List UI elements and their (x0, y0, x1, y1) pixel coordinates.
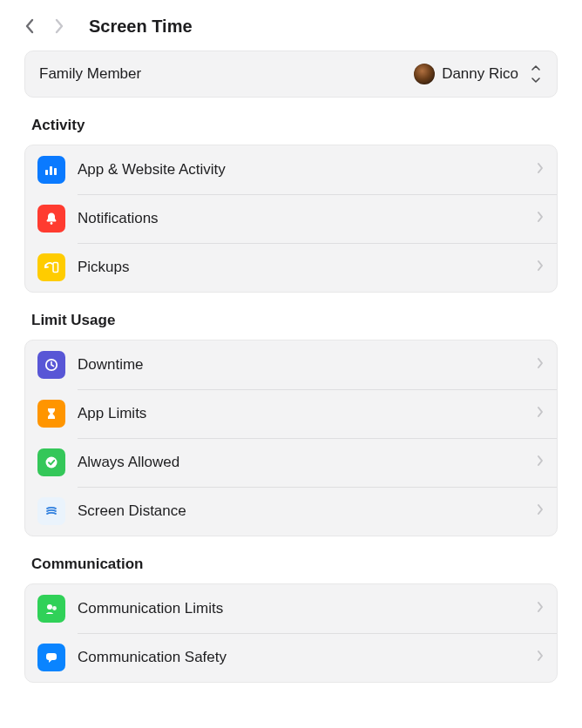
section-card-communication: Communication Limits Communication Safet… (24, 583, 558, 683)
waves-icon (37, 497, 65, 525)
row-communication-limits[interactable]: Communication Limits (25, 584, 557, 633)
chevron-right-icon (536, 356, 545, 374)
section-limit-usage: Limit Usage Downtime App Limits (24, 312, 558, 536)
section-communication: Communication Communication Limits Commu… (24, 556, 558, 683)
chevron-right-icon (536, 454, 545, 471)
screen-time-pane: Screen Time Family Member Danny Rico Act… (0, 0, 582, 728)
section-title-communication: Communication (31, 556, 558, 573)
row-notifications[interactable]: Notifications (25, 194, 557, 243)
bell-icon (37, 205, 65, 233)
checkmark-shield-icon (37, 448, 65, 476)
row-label: Communication Limits (78, 600, 524, 617)
row-screen-distance[interactable]: Screen Distance (25, 487, 557, 536)
speech-bubble-icon (37, 644, 65, 671)
back-button[interactable] (17, 14, 42, 38)
chevron-right-icon (536, 405, 545, 422)
row-label: Notifications (78, 210, 524, 227)
row-label: Communication Safety (78, 649, 524, 666)
hourglass-icon (37, 400, 65, 428)
nav-header: Screen Time (0, 5, 582, 51)
svg-rect-9 (46, 653, 57, 660)
row-label: Pickups (78, 259, 524, 276)
chevron-right-icon (536, 600, 545, 617)
page-title: Screen Time (89, 17, 193, 37)
chevron-right-icon (536, 259, 545, 276)
family-member-name: Danny Rico (442, 65, 518, 83)
row-label: App & Website Activity (78, 161, 524, 179)
chevron-left-icon (24, 18, 35, 34)
svg-rect-4 (53, 263, 58, 273)
row-app-limits[interactable]: App Limits (25, 389, 557, 438)
up-down-stepper-icon (529, 64, 543, 84)
avatar (414, 64, 435, 84)
svg-point-7 (47, 604, 52, 610)
svg-rect-1 (50, 166, 52, 175)
clock-icon (37, 351, 65, 379)
family-member-card: Family Member Danny Rico (24, 51, 558, 98)
section-card-activity: App & Website Activity Notifications P (24, 145, 558, 293)
svg-rect-2 (54, 168, 57, 175)
row-communication-safety[interactable]: Communication Safety (25, 633, 557, 682)
svg-point-8 (52, 606, 57, 610)
pickup-icon (37, 253, 65, 281)
row-label: Screen Distance (78, 502, 524, 520)
row-downtime[interactable]: Downtime (25, 340, 557, 389)
row-label: Always Allowed (78, 454, 524, 471)
chevron-right-icon (536, 649, 545, 666)
row-always-allowed[interactable]: Always Allowed (25, 438, 557, 487)
family-member-label: Family Member (39, 65, 141, 83)
family-member-selector[interactable]: Danny Rico (414, 64, 543, 84)
section-title-limit-usage: Limit Usage (31, 312, 558, 329)
row-label: App Limits (78, 405, 524, 422)
row-app-website-activity[interactable]: App & Website Activity (25, 145, 557, 194)
chevron-right-icon (536, 502, 545, 520)
row-label: Downtime (78, 356, 524, 374)
chart-bar-icon (37, 156, 65, 184)
forward-button[interactable] (47, 14, 71, 38)
svg-point-3 (51, 222, 53, 225)
row-pickups[interactable]: Pickups (25, 243, 557, 292)
chevron-right-icon (536, 210, 545, 227)
section-card-limit-usage: Downtime App Limits Always Allowed (24, 340, 558, 536)
chevron-right-icon (536, 161, 545, 179)
svg-rect-0 (45, 170, 48, 175)
section-title-activity: Activity (31, 117, 558, 134)
chevron-right-icon (54, 18, 64, 34)
section-activity: Activity App & Website Activity Notifica… (24, 117, 558, 293)
communication-limits-icon (37, 595, 65, 623)
